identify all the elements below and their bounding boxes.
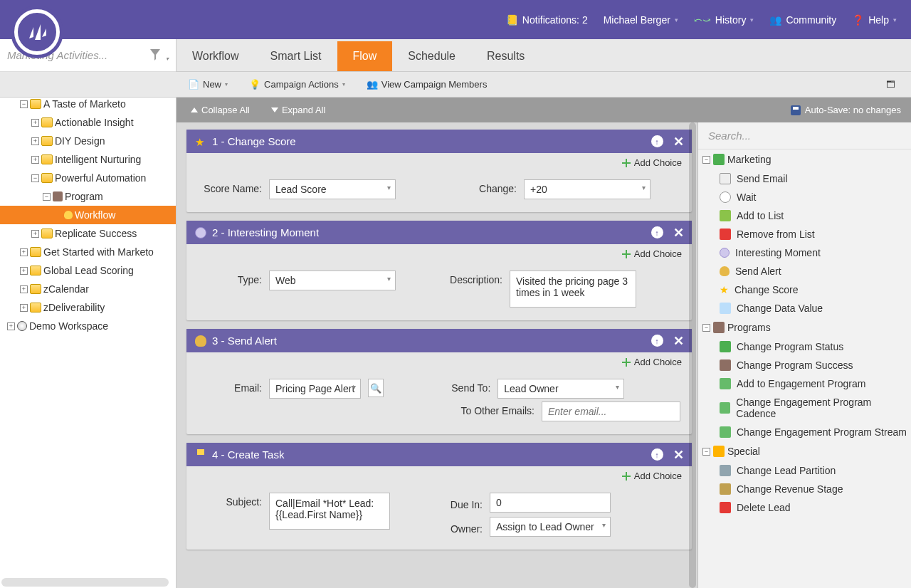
new-icon: 📄 bbox=[188, 79, 199, 90]
step3-moveup-button[interactable]: ↑ bbox=[651, 335, 663, 347]
step4-header[interactable]: 4 - Create Task ↑ ✕ bbox=[186, 443, 692, 466]
community-link[interactable]: 👥Community bbox=[769, 14, 836, 26]
tab-workflow[interactable]: Workflow bbox=[177, 41, 255, 71]
star-icon: ★ bbox=[195, 136, 206, 147]
success-icon bbox=[720, 359, 731, 371]
palette-add-to-list[interactable]: Add to List bbox=[698, 206, 911, 225]
step3-remove-button[interactable]: ✕ bbox=[672, 335, 685, 347]
step4-add-choice[interactable]: Add Choice bbox=[186, 466, 692, 481]
tab-schedule[interactable]: Schedule bbox=[392, 41, 471, 71]
step3-sendto-input[interactable]: Lead Owner bbox=[497, 379, 624, 399]
step2-moveup-button[interactable]: ↑ bbox=[651, 226, 663, 239]
tree-replicate[interactable]: +Replicate Success bbox=[0, 224, 176, 243]
tab-smartlist[interactable]: Smart List bbox=[255, 41, 337, 71]
step1-remove-button[interactable]: ✕ bbox=[672, 135, 685, 148]
step4-due-input[interactable]: 0 bbox=[490, 493, 611, 513]
tree-getstarted[interactable]: +Get Started with Marketo bbox=[0, 243, 176, 261]
toolbar: 📄New▾ 💡Campaign Actions▾ 👥View Campaign … bbox=[0, 72, 911, 98]
tree-workflow[interactable]: Workflow bbox=[0, 206, 176, 224]
step3-other-input[interactable] bbox=[542, 401, 680, 421]
user-menu[interactable]: Michael Berger▾ bbox=[604, 14, 678, 26]
step4-moveup-button[interactable]: ↑ bbox=[651, 448, 663, 461]
tab-results[interactable]: Results bbox=[471, 41, 540, 71]
step4-subject-label: Subject: bbox=[198, 493, 262, 508]
sidebar-scrollbar[interactable] bbox=[1, 578, 169, 587]
step4-owner-input[interactable]: Assign to Lead Owner bbox=[490, 517, 611, 537]
step4-due-label: Due In: bbox=[440, 495, 483, 510]
step2-desc-input[interactable]: Visited the pricing page 3 times in 1 we… bbox=[510, 271, 636, 308]
palette-change-lead-partition[interactable]: Change Lead Partition bbox=[698, 461, 911, 480]
marketo-logo bbox=[11, 6, 63, 58]
step2-type-input[interactable]: Web bbox=[269, 271, 396, 290]
flow-palette: Search... −Marketing Send Email Wait Add… bbox=[697, 122, 911, 588]
step2-remove-button[interactable]: ✕ bbox=[672, 226, 685, 239]
bell-icon bbox=[720, 266, 730, 276]
expand-all-button[interactable]: Expand All bbox=[267, 103, 330, 117]
step2-type-label: Type: bbox=[198, 271, 262, 285]
tree-program[interactable]: −Program bbox=[0, 187, 176, 206]
tab-flow[interactable]: Flow bbox=[337, 41, 393, 71]
palette-change-engagement-stream[interactable]: Change Engagement Program Stream bbox=[698, 423, 911, 441]
tree-scoring[interactable]: +Global Lead Scoring bbox=[0, 261, 176, 280]
palette-group-marketing[interactable]: −Marketing bbox=[698, 149, 911, 169]
palette-delete-lead[interactable]: Delete Lead bbox=[698, 498, 911, 517]
filter-icon[interactable]: ▾ bbox=[150, 49, 169, 63]
tree-diy[interactable]: +DIY Design bbox=[0, 132, 176, 150]
palette-group-special[interactable]: −Special bbox=[698, 441, 911, 461]
palette-wait[interactable]: Wait bbox=[698, 188, 911, 206]
step3-header[interactable]: 3 - Send Alert ↑ ✕ bbox=[186, 329, 692, 352]
palette-change-score[interactable]: ★Change Score bbox=[698, 280, 911, 299]
palette-add-to-engagement[interactable]: Add to Engagement Program bbox=[698, 374, 911, 393]
flow-canvas: ★ 1 - Change Score ↑ ✕ Add Choice Score … bbox=[177, 122, 697, 588]
tree-zdeliver[interactable]: +zDeliverability bbox=[0, 298, 176, 317]
special-icon bbox=[713, 446, 725, 457]
palette-remove-from-list[interactable]: Remove from List bbox=[698, 225, 911, 243]
campaign-actions-button[interactable]: 💡Campaign Actions▾ bbox=[245, 77, 349, 92]
tree-powerful[interactable]: −Powerful Automation bbox=[0, 169, 176, 187]
palette-group-programs[interactable]: −Programs bbox=[698, 317, 911, 337]
notifications-button[interactable]: 📒Notifications: 2 bbox=[506, 14, 588, 26]
window-icon[interactable]: 🗔 bbox=[886, 79, 895, 90]
step1-add-choice[interactable]: Add Choice bbox=[186, 153, 692, 168]
history-menu[interactable]: ⤺⤻History▾ bbox=[694, 14, 754, 26]
engagement-icon bbox=[720, 378, 731, 389]
step1-scorename-input[interactable]: Lead Score bbox=[269, 179, 396, 199]
step2-add-choice[interactable]: Add Choice bbox=[186, 244, 692, 259]
step3-add-choice[interactable]: Add Choice bbox=[186, 352, 692, 367]
center-scrollbar[interactable] bbox=[689, 122, 696, 588]
step1-moveup-button[interactable]: ↑ bbox=[651, 135, 663, 148]
view-members-button[interactable]: 👥View Campaign Members bbox=[362, 77, 492, 92]
step4-subject-input[interactable]: Call|Email *Hot* Lead: {{Lead.First Name… bbox=[269, 493, 390, 530]
people-icon: 👥 bbox=[367, 79, 378, 90]
tree-action[interactable]: +Actionable Insight bbox=[0, 113, 176, 132]
step3-email-label: Email: bbox=[198, 379, 262, 394]
help-menu[interactable]: ❓Help▾ bbox=[852, 14, 897, 26]
collapse-all-button[interactable]: Collapse All bbox=[186, 103, 254, 117]
palette-interesting-moment[interactable]: Interesting Moment bbox=[698, 243, 911, 262]
step1-change-input[interactable]: +20 bbox=[524, 179, 651, 199]
palette-send-email[interactable]: Send Email bbox=[698, 169, 911, 188]
step1-scorename-label: Score Name: bbox=[198, 179, 262, 194]
autosave-status: Auto-Save: no changes bbox=[791, 105, 901, 115]
flow-step-2: 2 - Interesting Moment ↑ ✕ Add Choice Ty… bbox=[186, 221, 692, 320]
step3-preview-button[interactable]: 🔍 bbox=[368, 379, 384, 397]
program-icon bbox=[713, 322, 725, 333]
tree-nurture[interactable]: +Intelligent Nurturing bbox=[0, 150, 176, 169]
speech-icon bbox=[720, 248, 730, 258]
triangle-down-icon bbox=[271, 107, 278, 112]
tree-demo[interactable]: +Demo Workspace bbox=[0, 317, 176, 335]
palette-change-data-value[interactable]: Change Data Value bbox=[698, 299, 911, 317]
step4-remove-button[interactable]: ✕ bbox=[672, 448, 685, 461]
palette-change-revenue-stage[interactable]: Change Revenue Stage bbox=[698, 480, 911, 498]
palette-change-program-status[interactable]: Change Program Status bbox=[698, 337, 911, 356]
step3-email-input[interactable]: Pricing Page Alert bbox=[269, 379, 361, 399]
new-button[interactable]: 📄New▾ bbox=[184, 77, 232, 92]
palette-change-engagement-cadence[interactable]: Change Engagement Program Cadence bbox=[698, 393, 911, 423]
palette-search-input[interactable]: Search... bbox=[698, 122, 911, 149]
bulb-icon bbox=[64, 211, 73, 219]
palette-send-alert[interactable]: Send Alert bbox=[698, 262, 911, 280]
tree-zcalendar[interactable]: +zCalendar bbox=[0, 280, 176, 298]
step1-header[interactable]: ★ 1 - Change Score ↑ ✕ bbox=[186, 130, 692, 153]
step2-header[interactable]: 2 - Interesting Moment ↑ ✕ bbox=[186, 221, 692, 244]
palette-change-program-success[interactable]: Change Program Success bbox=[698, 356, 911, 374]
